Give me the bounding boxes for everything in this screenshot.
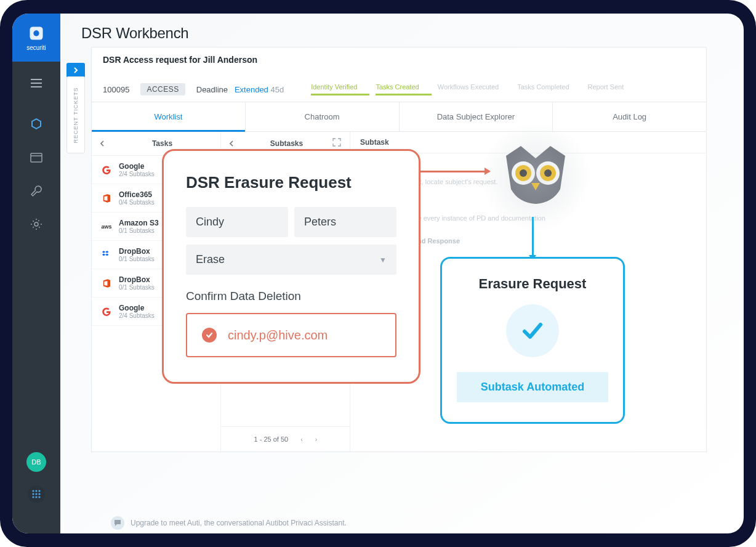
request-title: DSR Access request for Jill Anderson (103, 55, 695, 65)
google-icon (100, 306, 113, 318)
chevron-down-icon: ▼ (379, 256, 387, 264)
pager: 1 - 25 of 50 ‹ › (221, 426, 350, 452)
recent-tickets-label: RECENT TICKETS (73, 87, 79, 143)
avatar[interactable]: DB (26, 452, 46, 472)
recent-tickets-toggle[interactable] (66, 63, 85, 78)
device-frame: securiti DB DSR Workbench (0, 0, 756, 547)
brand-icon (28, 25, 45, 42)
app-grid-icon[interactable] (28, 485, 45, 503)
upgrade-text: Upgrade to meet Auti, the conversational… (131, 519, 347, 527)
main-area: DSR Workbench RECENT TICKETS DSR Access … (60, 14, 744, 533)
svg-point-5 (32, 490, 34, 492)
tab-chatroom[interactable]: Chatroom (246, 102, 400, 131)
nav-window-icon[interactable] (29, 150, 44, 165)
svg-point-4 (34, 222, 38, 226)
step-identity-verified: Identity Verified (311, 83, 357, 95)
sidebar: securiti DB (12, 14, 60, 533)
aws-icon: aws (100, 221, 113, 233)
svg-point-13 (38, 496, 40, 498)
step-tasks-completed: Tasks Completed (517, 83, 569, 95)
nav-cube-icon[interactable] (29, 117, 44, 132)
confirm-email-box[interactable]: cindy.p@hive.com (186, 313, 396, 357)
app-screen: securiti DB DSR Workbench (12, 14, 744, 533)
step-workflows-executed: Workflows Executed (438, 83, 499, 95)
confirm-label: Confirm Data Deletion (186, 290, 396, 303)
brand-logo[interactable]: securiti (12, 14, 60, 62)
svg-point-10 (38, 493, 40, 495)
step-tasks-created: Tasks Created (376, 83, 419, 95)
action-value: Erase (196, 253, 225, 266)
result-card: Erasure Request Subtask Automated (440, 257, 625, 424)
check-circle-icon (202, 328, 217, 342)
type-badge: ACCESS (140, 83, 185, 95)
deadline-status[interactable]: Extended (235, 85, 268, 94)
success-check-icon (506, 304, 559, 357)
subtask-automated-button[interactable]: Subtask Automated (457, 372, 608, 402)
request-header: DSR Access request for Jill Anderson 100… (91, 47, 707, 132)
office-icon (100, 192, 113, 205)
nav-gear-icon[interactable] (29, 217, 44, 232)
svg-rect-2 (31, 153, 42, 162)
tab-worklist[interactable]: Worklist (92, 102, 246, 131)
nav-icons (29, 117, 44, 232)
tabs-row: Worklist Chatroom Data Subject Explorer … (92, 102, 706, 131)
pager-prev-icon[interactable]: ‹ (300, 436, 303, 443)
deadline-days: 45d (270, 85, 284, 94)
recent-tickets-tab[interactable]: RECENT TICKETS (66, 76, 85, 153)
progress-steps: Identity Verified Tasks Created Workflow… (311, 83, 624, 95)
hamburger-icon[interactable] (27, 74, 46, 92)
chevron-left-icon[interactable] (228, 138, 241, 149)
google-icon (100, 164, 113, 176)
expand-icon[interactable] (332, 138, 342, 149)
erasure-request-card: DSR Erasure Request Cindy Peters Erase ▼… (162, 149, 420, 384)
upgrade-banner[interactable]: Upgrade to meet Auti, the conversational… (111, 516, 707, 530)
owl-mascot (480, 121, 591, 232)
arrow-to-owl (413, 171, 489, 172)
erasure-title: DSR Erasure Request (186, 173, 396, 192)
svg-point-1 (33, 30, 39, 36)
result-title: Erasure Request (457, 276, 608, 292)
sidebar-bottom: DB (26, 452, 46, 503)
dropbox-icon (100, 249, 113, 261)
ticket-id: 100095 (103, 85, 129, 94)
svg-point-9 (35, 493, 37, 495)
page-title: DSR Workbench (60, 14, 744, 47)
office-icon (100, 277, 113, 290)
chevron-left-icon[interactable] (99, 138, 111, 149)
action-select[interactable]: Erase ▼ (186, 245, 396, 275)
svg-point-8 (32, 493, 34, 495)
svg-point-6 (35, 490, 37, 492)
brand-label: securiti (26, 44, 46, 51)
last-name-field[interactable]: Peters (294, 207, 396, 237)
pager-text: 1 - 25 of 50 (254, 436, 289, 443)
step-report-sent: Report Sent (588, 83, 624, 95)
first-name-field[interactable]: Cindy (186, 207, 288, 237)
nav-wrench-icon[interactable] (29, 184, 44, 198)
svg-point-7 (38, 490, 40, 492)
svg-point-12 (35, 496, 37, 498)
deadline-label: Deadline (196, 85, 228, 94)
subtasks-heading: Subtasks (241, 139, 332, 148)
svg-point-11 (32, 496, 34, 498)
tasks-heading: Tasks (111, 139, 213, 148)
chevron-right-icon (73, 67, 79, 73)
chat-bubble-icon (111, 516, 124, 530)
email-value: cindy.p@hive.com (228, 328, 328, 342)
pager-next-icon[interactable]: › (315, 436, 318, 443)
